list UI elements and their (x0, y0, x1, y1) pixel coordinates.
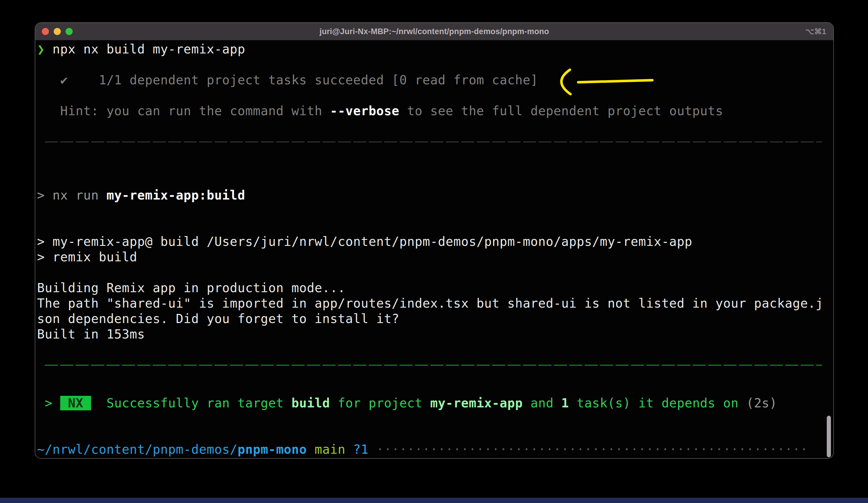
terminal-line: Built in 153ms (37, 326, 831, 342)
terminal-text-segment: The path "shared-ui" is imported in app/… (37, 296, 824, 311)
terminal-text-segment: npx nx build my-remix-app (45, 42, 245, 57)
terminal-line: ❯ (37, 457, 831, 459)
terminal-text-segment: main (307, 442, 353, 457)
terminal-text-segment: > my-remix-app@ build /Users/juri/nrwl/c… (37, 234, 692, 249)
terminal-text-segment: ✔ 1/1 dependent project tasks succeeded … (37, 73, 538, 87)
terminal-line (37, 380, 831, 395)
scrollbar-thumb[interactable] (827, 416, 831, 457)
terminal-line: ❯ npx nx build my-remix-app (37, 42, 831, 57)
terminal-text-segment: --verbose (330, 104, 399, 118)
terminal-line: > nx run my-remix-app:build (37, 188, 831, 203)
divider-dashes (45, 141, 822, 142)
minimize-button[interactable] (54, 28, 61, 35)
window-shortcut-label: ⌥⌘1 (805, 23, 826, 40)
terminal-text-segment: ❯ (37, 42, 45, 57)
terminal-line: > my-remix-app@ build /Users/juri/nrwl/c… (37, 234, 831, 249)
terminal-text-segment: son dependencies. Did you forget to inst… (37, 311, 399, 326)
terminal-line (37, 426, 831, 442)
terminal-divider-line (37, 365, 831, 380)
terminal-text-segment: task(s) it depends on (569, 396, 746, 410)
terminal-line (37, 342, 831, 358)
terminal-text-segment: 1 (561, 396, 569, 410)
terminal-divider-line (37, 141, 831, 157)
terminal-line (37, 172, 831, 188)
terminal-text-segment: Hint: you can run the command with (37, 104, 330, 118)
terminal-output[interactable]: ❯ npx nx build my-remix-app ✔ 1/1 depend… (35, 40, 833, 459)
terminal-text-segment: my-remix-app (430, 396, 523, 410)
terminal-window: juri@Juri-Nx-MBP:~/nrwl/content/pnpm-dem… (35, 22, 834, 459)
terminal-text-segment: Built in 153ms (37, 327, 145, 341)
terminal-text-segment: and (523, 396, 561, 410)
terminal-line (37, 219, 831, 234)
terminal-line (37, 411, 831, 426)
terminal-text-segment: build (292, 396, 330, 410)
terminal-text-segment: ❯ (37, 457, 52, 459)
terminal-text-segment: Successfully ran target (91, 396, 292, 410)
terminal-line: The path "shared-ui" is imported in app/… (37, 296, 831, 311)
terminal-text-segment: > nx run (37, 188, 106, 202)
close-button[interactable] (42, 28, 49, 35)
terminal-line: ✔ 1/1 dependent project tasks succeeded … (37, 72, 831, 88)
window-title: juri@Juri-Nx-MBP:~/nrwl/content/pnpm-dem… (320, 27, 549, 36)
terminal-text-segment: pnpm-mono (238, 442, 307, 457)
terminal-text-segment: > (37, 396, 60, 410)
terminal-line (37, 265, 831, 280)
terminal-line: ~/nrwl/content/pnpm-demos/pnpm-mono main… (37, 442, 831, 457)
terminal-line: Building Remix app in production mode... (37, 280, 831, 296)
terminal-text-segment: NX (60, 396, 91, 410)
terminal-line: son dependencies. Did you forget to inst… (37, 311, 831, 326)
terminal-line (37, 203, 831, 219)
zoom-button[interactable] (65, 28, 73, 35)
terminal-text-segment: to see the full dependent project output… (399, 104, 723, 118)
terminal-text-segment: for project (330, 396, 431, 410)
terminal-line: Hint: you can run the command with --ver… (37, 103, 831, 119)
terminal-line: > NX Successfully ran target build for p… (37, 395, 831, 411)
terminal-text-segment: > remix build (37, 250, 137, 264)
traffic-lights (42, 23, 73, 40)
terminal-text-segment: Building Remix app in production mode... (37, 281, 345, 295)
terminal-text-segment: ········································… (369, 442, 808, 457)
terminal-line (37, 157, 831, 172)
terminal-text-segment: ~/nrwl/content/pnpm-demos/ (37, 442, 238, 457)
terminal-text-segment: my-remix-app:build (106, 188, 245, 202)
terminal-line (37, 88, 831, 103)
terminal-line (37, 57, 831, 72)
terminal-line (37, 119, 831, 134)
terminal-text-segment: ?1 (353, 442, 369, 457)
terminal-line: > remix build (37, 249, 831, 265)
divider-dashes (45, 365, 822, 366)
terminal-text-segment: (2s) (746, 396, 777, 410)
annotation-arrow-icon (551, 68, 655, 95)
titlebar[interactable]: juri@Juri-Nx-MBP:~/nrwl/content/pnpm-dem… (35, 23, 833, 40)
page-bottom-strip (0, 497, 868, 503)
